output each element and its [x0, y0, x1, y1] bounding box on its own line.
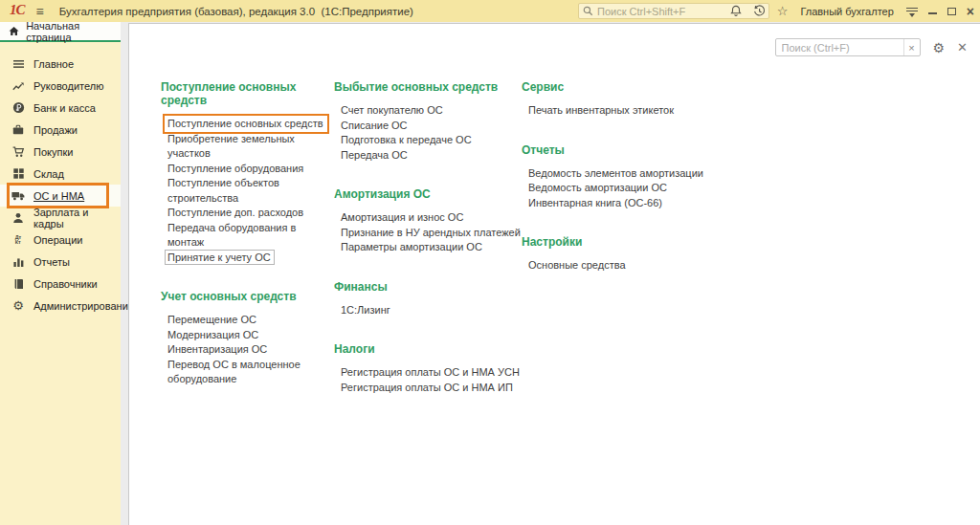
home-tab-label: Начальная страница — [26, 20, 121, 43]
gear-icon: ⚙ — [11, 299, 25, 312]
book-icon — [11, 278, 25, 290]
section-title: Настройки — [522, 235, 980, 249]
menu-lines-icon — [11, 59, 25, 69]
favorites-star-icon[interactable]: ☆ — [777, 5, 789, 17]
menu-link[interactable]: Регистрация оплаты ОС и НМА УСН — [341, 365, 520, 381]
home-tab[interactable]: Начальная страница — [0, 22, 121, 42]
menu-link[interactable]: Регистрация оплаты ОС и НМА ИП — [341, 381, 513, 396]
menu-link[interactable]: Признание в НУ арендных платежей — [341, 226, 521, 241]
menu-link[interactable]: Ведомость амортизации ОС — [528, 181, 667, 196]
menu-link[interactable]: Печать инвентарных этикеток — [528, 103, 674, 119]
menu-link[interactable]: Списание ОС — [341, 119, 408, 134]
menu-link[interactable]: Подготовка к передаче ОС — [341, 133, 472, 148]
history-clock-icon[interactable] — [753, 5, 767, 18]
sidebar-item-administrirovanie[interactable]: ⚙ Администрирование — [0, 295, 121, 317]
sidebar-item-otchety[interactable]: Отчеты — [0, 251, 121, 273]
1c-app-window: 1С ≡ Бухгалтерия предприятия (базовая), … — [0, 0, 980, 525]
settings-gear-icon[interactable]: ⚙ — [933, 41, 946, 55]
topbar-right-cluster: ☆ Главный бухгалтер × — [729, 0, 974, 22]
truck-icon — [11, 190, 25, 201]
menu-link[interactable]: Основные средства — [528, 258, 626, 273]
menu-section: Амортизация ОС Амортизация и износ ОС Пр… — [334, 187, 522, 255]
section-title: Финансы — [334, 280, 522, 294]
bar-chart-icon — [11, 256, 25, 267]
1c-logo: 1С — [10, 2, 25, 18]
sidebar-item-glavnoe[interactable]: Главное — [0, 53, 121, 75]
menu-link[interactable]: Модернизация ОС — [167, 328, 258, 343]
app-body: Начальная страница Главное Руководителю — [0, 22, 980, 525]
menu-link[interactable]: Поступление оборудования — [167, 162, 303, 177]
menu-link[interactable]: 1С:Лизинг — [341, 303, 390, 318]
menu-link-prinyatie-k-uchetu[interactable]: Принятие к учету ОС — [167, 251, 271, 266]
sidebar-item-bank-i-kassa[interactable]: Банк и касса — [0, 97, 121, 119]
menu-section: Финансы 1С:Лизинг — [334, 280, 522, 318]
sidebar-item-label: Зарплата и кадры — [33, 207, 121, 230]
menu-link[interactable]: Передача ОС — [341, 148, 408, 164]
topbar: 1С ≡ Бухгалтерия предприятия (базовая), … — [0, 0, 980, 22]
section-title: Отчеты — [522, 143, 980, 157]
content-search-input[interactable] — [776, 42, 903, 54]
sidebar-item-zarplata-i-kadry[interactable]: Зарплата и кадры — [0, 207, 121, 229]
grid-icon — [11, 168, 25, 179]
content-search[interactable]: × — [775, 38, 921, 56]
sidebar-item-pokupki[interactable]: Покупки — [0, 141, 121, 163]
menu-link[interactable]: Инвентаризация ОС — [167, 342, 267, 358]
menu-link-postuplenie-os[interactable]: Поступление основных средств — [167, 117, 323, 132]
dt-kt-icon: ДтКт — [11, 235, 25, 245]
sidebar-item-spravochniki[interactable]: Справочники — [0, 273, 121, 295]
sidebar: Главное Руководителю Банк и касса — [0, 42, 121, 525]
main-menu-icon[interactable]: ≡ — [36, 5, 44, 18]
sidebar-item-rukovoditelyu[interactable]: Руководителю — [0, 75, 121, 97]
sidebar-item-label: Справочники — [33, 278, 98, 290]
sidebar-item-label: Администрирование — [33, 300, 134, 312]
sidebar-item-label: Главное — [33, 58, 74, 70]
menu-link[interactable]: Перемещение ОС — [167, 313, 256, 328]
sidebar-item-sklad[interactable]: Склад — [0, 163, 121, 185]
section-title: Сервис — [522, 80, 980, 94]
section-title: Амортизация ОС — [334, 187, 522, 201]
menu-column-2: Выбытие основных средств Счет покупателю… — [334, 80, 522, 420]
menu-link[interactable]: Ведомость элементов амортизации — [528, 166, 703, 182]
user-menu[interactable]: Главный бухгалтер — [800, 6, 893, 17]
window-maximize-icon[interactable] — [947, 8, 956, 15]
menu-column-1: Поступление основных средств Поступление… — [161, 80, 334, 420]
content-toolbar: × ⚙ ✕ — [775, 38, 968, 56]
search-icon — [583, 6, 593, 16]
section-title: Налоги — [334, 342, 522, 356]
menu-section: Выбытие основных средств Счет покупателю… — [334, 80, 522, 163]
content-panel: × ⚙ ✕ Поступление основных средств Посту… — [128, 23, 980, 525]
sidebar-item-label: Отчеты — [33, 256, 70, 268]
window-minimize-icon[interactable] — [928, 7, 937, 15]
menu-link[interactable]: Счет покупателю ОС — [341, 103, 443, 119]
menu-section: Налоги Регистрация оплаты ОС и НМА УСН Р… — [334, 342, 522, 395]
menu-link[interactable]: Инвентарная книга (ОС-66) — [528, 196, 662, 211]
menu-link[interactable]: Поступление объектов строительства — [167, 176, 334, 206]
briefcase-icon — [11, 124, 25, 135]
sidebar-item-os-i-nma[interactable]: ОС и НМА — [0, 185, 121, 207]
notifications-bell-icon[interactable] — [729, 5, 743, 18]
close-panel-icon[interactable]: ✕ — [957, 41, 968, 54]
menu-section: Поступление основных средств Поступление… — [161, 80, 334, 265]
menu-column-3: Сервис Печать инвентарных этикеток Отчет… — [522, 80, 980, 420]
menu-link[interactable]: Перевод ОС в малоценное оборудование — [167, 358, 334, 387]
home-icon — [9, 26, 19, 36]
window-close-icon[interactable]: × — [967, 5, 974, 18]
sidebar-item-label: Операции — [33, 234, 82, 246]
menu-section: Отчеты Ведомость элементов амортизации В… — [522, 143, 980, 211]
shopping-cart-icon — [11, 146, 25, 158]
section-title: Выбытие основных средств — [334, 80, 522, 94]
sidebar-item-operacii[interactable]: ДтКт Операции — [0, 229, 121, 251]
menu-section: Учет основных средств Перемещение ОС Мод… — [161, 290, 334, 387]
menu-link[interactable]: Приобретение земельных участков — [167, 132, 334, 162]
menu-link[interactable]: Поступление доп. расходов — [167, 206, 303, 221]
menu-link[interactable]: Передача оборудования в монтаж — [167, 221, 334, 251]
section-function-menu: Поступление основных средств Поступление… — [129, 24, 980, 420]
clear-search-icon[interactable]: × — [903, 39, 920, 55]
sidebar-item-label: ОС и НМА — [33, 190, 84, 202]
sidebar-item-prodazhi[interactable]: Продажи — [0, 119, 121, 141]
menu-link[interactable]: Параметры амортизации ОС — [341, 240, 482, 255]
sidebar-item-label: Продажи — [33, 124, 78, 136]
service-menu-icon[interactable] — [906, 6, 918, 17]
menu-link[interactable]: Амортизация и износ ОС — [341, 210, 463, 226]
window-title: Бухгалтерия предприятия (базовая), редак… — [59, 6, 413, 17]
